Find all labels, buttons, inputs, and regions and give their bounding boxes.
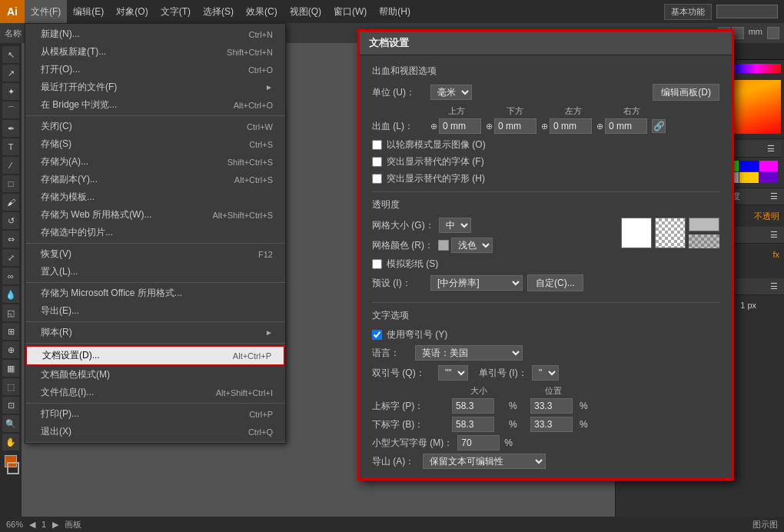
highlight-glyph-checkbox[interactable] xyxy=(372,174,382,184)
menu-effect[interactable]: 效果(C) xyxy=(240,0,284,23)
menu-scripts[interactable]: 脚本(R) ► xyxy=(25,324,285,341)
export-label: 导山 (A)： xyxy=(372,455,418,468)
menu-bridge[interactable]: 在 Bridge 中浏览... Alt+Ctrl+O xyxy=(25,96,285,114)
superscript-pos-input[interactable] xyxy=(530,398,573,414)
grid-color-select[interactable]: 浅色 深色 xyxy=(451,238,493,253)
menu-section-6: 文档设置(D)... Alt+Ctrl+P 文档颜色模式(M) 文件信息(I).… xyxy=(25,344,285,404)
menu-object[interactable]: 对象(O) xyxy=(110,0,154,23)
tool-gradient[interactable]: ◱ xyxy=(2,304,19,321)
tool-pen[interactable]: ✒ xyxy=(2,120,19,137)
bleed-right-icon: ⊕ xyxy=(596,121,603,131)
menu-help[interactable]: 帮助(H) xyxy=(373,0,417,23)
superscript-size-input[interactable] xyxy=(452,398,494,414)
swatch-magenta[interactable] xyxy=(759,161,779,171)
menu-save-as[interactable]: 存储为(A)... Shift+Ctrl+S xyxy=(25,153,285,171)
tool-rect[interactable]: □ xyxy=(2,175,19,192)
bleed-bottom-input-wrap: ⊕ xyxy=(486,118,537,134)
swatch-blue[interactable] xyxy=(739,161,759,171)
tool-scale[interactable]: ⤢ xyxy=(2,249,19,266)
small-caps-input[interactable] xyxy=(457,435,500,451)
menu-view[interactable]: 视图(Q) xyxy=(284,0,327,23)
bleed-top-input[interactable] xyxy=(439,118,481,134)
menu-text[interactable]: 文字(T) xyxy=(154,0,197,23)
menu-quit[interactable]: 退出(X) Ctrl+Q xyxy=(25,423,285,441)
nav-next[interactable]: ▶ xyxy=(52,520,58,530)
search-input[interactable] xyxy=(716,5,778,18)
divider2 xyxy=(372,302,719,303)
menu-file-info[interactable]: 文件信息(I)... Alt+Shift+Ctrl+I xyxy=(25,384,285,401)
menu-doc-settings[interactable]: 文档设置(D)... Alt+Ctrl+P xyxy=(25,345,285,366)
menu-select[interactable]: 选择(S) xyxy=(197,0,240,23)
menu-save-office[interactable]: 存储为 Microsoft Office 所用格式... xyxy=(25,284,285,302)
swatch-gold[interactable] xyxy=(739,172,759,183)
tool-select[interactable]: ↖ xyxy=(2,46,19,63)
toolbar-icon3[interactable] xyxy=(767,27,779,39)
menu-revert[interactable]: 恢复(V) F12 xyxy=(25,245,285,263)
unit-row: 单位 (U)： 毫米 像素 厘米 英寸 点 编辑画板(D) xyxy=(372,84,719,101)
tool-zoom[interactable]: 🔍 xyxy=(2,415,19,432)
lock-bleed-btn[interactable]: 🔗 xyxy=(652,119,666,133)
bleed-bottom-input[interactable] xyxy=(494,118,537,134)
double-quote-select[interactable]: "" xyxy=(438,365,468,381)
menu-export[interactable]: 导出(E)... xyxy=(25,302,285,320)
tool-hand[interactable]: ✋ xyxy=(2,434,19,451)
swatch-purple[interactable] xyxy=(759,172,779,183)
tool-blend[interactable]: ∞ xyxy=(2,268,19,284)
tool-lasso[interactable]: ⌒ xyxy=(2,101,19,118)
menu-save-template[interactable]: 存储为模板... xyxy=(25,188,285,206)
menu-file[interactable]: 文件(F) xyxy=(25,0,67,23)
menu-recent[interactable]: 最近打开的文件(F) ► xyxy=(25,78,285,96)
export-select[interactable]: 保留文本可编辑性 xyxy=(423,454,546,469)
tool-rotate[interactable]: ↺ xyxy=(2,212,19,229)
workspace-button[interactable]: 基本功能 xyxy=(664,4,712,20)
menu-new-template[interactable]: 从模板新建(T)... Shift+Ctrl+N xyxy=(25,43,285,61)
highlight-font-checkbox[interactable] xyxy=(372,157,382,167)
tool-direct-select[interactable]: ↗ xyxy=(2,65,19,81)
menu-save[interactable]: 存储(S) Ctrl+S xyxy=(25,135,285,153)
tool-shape-builder[interactable]: ⊕ xyxy=(2,341,19,358)
nav-prev[interactable]: ◀ xyxy=(29,520,35,530)
menu-edit[interactable]: 编辑(E) xyxy=(67,0,110,23)
outline-img-checkbox[interactable] xyxy=(372,140,382,150)
fx-label[interactable]: fx xyxy=(772,250,779,259)
language-select[interactable]: 英语：美国 中文 xyxy=(415,345,523,361)
preset-select[interactable]: [中分辨率] [高分辨率] [低分辨率] xyxy=(430,275,523,291)
subscript-pos-input[interactable] xyxy=(530,417,573,432)
edit-canvas-button[interactable]: 编辑画板(D) xyxy=(653,84,719,101)
custom-btn[interactable]: 自定(C)... xyxy=(527,274,583,291)
menu-window[interactable]: 窗口(W) xyxy=(327,0,373,23)
stroke-square[interactable] xyxy=(7,462,19,474)
menu-save-copy[interactable]: 存储副本(Y)... Alt+Ctrl+S xyxy=(25,171,285,188)
simulate-paper-checkbox[interactable] xyxy=(372,259,382,269)
menu-print[interactable]: 打印(P)... Ctrl+P xyxy=(25,405,285,423)
grid-color-swatch[interactable] xyxy=(438,240,449,251)
menu-new[interactable]: 新建(N)... Ctrl+N xyxy=(25,25,285,43)
menu-save-web[interactable]: 存储为 Web 所用格式(W)... Alt+Shift+Ctrl+S xyxy=(25,206,285,224)
menu-open[interactable]: 打开(O)... Ctrl+O xyxy=(25,61,285,78)
tool-graph[interactable]: ▦ xyxy=(2,360,19,377)
bleed-view-section-title: 出血和视图选项 xyxy=(372,65,719,78)
tool-mirror[interactable]: ⇔ xyxy=(2,231,19,248)
tool-artboard[interactable]: ⬚ xyxy=(2,378,19,395)
grid-size-select[interactable]: 中 小 大 xyxy=(439,218,471,233)
tool-mesh[interactable]: ⊞ xyxy=(2,323,19,340)
unit-select[interactable]: 毫米 像素 厘米 英寸 点 xyxy=(430,85,472,100)
single-quote-select[interactable]: '' xyxy=(532,365,559,381)
menu-doc-color-mode[interactable]: 文档颜色模式(M) xyxy=(25,366,285,384)
use-quotes-checkbox[interactable] xyxy=(372,330,382,340)
subscript-size-input[interactable] xyxy=(452,417,494,432)
tool-slice[interactable]: ⊡ xyxy=(2,397,19,414)
tool-line[interactable]: ∕ xyxy=(2,157,19,174)
menu-place[interactable]: 置入(L)... xyxy=(25,263,285,281)
size-pos-headers: 大小 位置 xyxy=(372,385,719,397)
menu-close[interactable]: 关闭(C) Ctrl+W xyxy=(25,118,285,135)
page-number: 1 xyxy=(42,520,46,529)
tool-type[interactable]: T xyxy=(2,138,19,155)
menu-save-slice[interactable]: 存储选中的切片... xyxy=(25,224,285,241)
unit-label: 单位 (U)： xyxy=(372,86,426,99)
bleed-left-input[interactable] xyxy=(550,118,592,134)
tool-brush[interactable]: 🖌 xyxy=(2,194,19,211)
bleed-right-input[interactable] xyxy=(605,118,647,134)
tool-eyedropper[interactable]: 💧 xyxy=(2,286,19,303)
tool-magic-wand[interactable]: ✦ xyxy=(2,83,19,100)
